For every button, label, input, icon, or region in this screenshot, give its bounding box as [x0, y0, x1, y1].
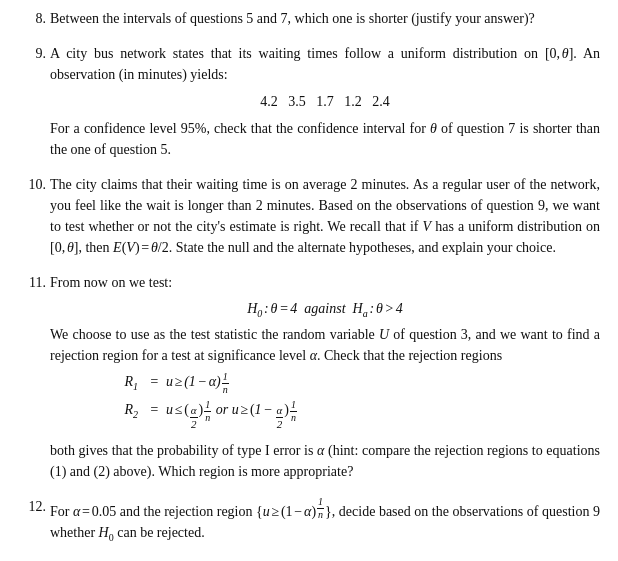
q10-number: 10.: [18, 174, 46, 195]
question-10: 10. The city claims that their waiting t…: [18, 174, 600, 262]
q9-number: 9.: [18, 43, 46, 64]
q12-number: 12.: [18, 496, 46, 517]
q11-hypothesis: H0 : θ = 4 against Ha : θ > 4: [50, 298, 600, 319]
q12-text: For α = 0.05 and the rejection region {u…: [50, 496, 600, 543]
r2-label: R2: [110, 399, 138, 420]
q11-para2: We choose to use as the test statistic t…: [50, 324, 600, 366]
q8-number: 8.: [18, 8, 46, 29]
q9-data: 4.2 3.5 1.7 1.2 2.4: [50, 91, 600, 112]
r1-content: = u ≥ (1 − α) 1 n: [146, 371, 230, 396]
q9-para2: For a confidence level 95%, check that t…: [50, 118, 600, 160]
question-9: 9. A city bus network states that its wa…: [18, 43, 600, 164]
rejection-regions: R1 = u ≥ (1 − α) 1 n R2 = u ≤ ( α: [110, 371, 600, 435]
question-11: 11. From now on we test: H0 : θ = 4 agai…: [18, 272, 600, 486]
q9-para1: A city bus network states that its waiti…: [50, 43, 600, 85]
q11-para3: both gives that the probability of type …: [50, 440, 600, 482]
question-12: 12. For α = 0.05 and the rejection regio…: [18, 496, 600, 547]
r2-equation: R2 = u ≤ ( α 2 ) 1 n or u ≥ (1 − α: [110, 399, 298, 431]
r1-equation: R1 = u ≥ (1 − α) 1 n: [110, 371, 230, 396]
q11-para1: From now on we test:: [50, 272, 600, 293]
q11-content: From now on we test: H0 : θ = 4 against …: [50, 272, 600, 486]
q9-content: A city bus network states that its waiti…: [50, 43, 600, 164]
q10-content: The city claims that their waiting time …: [50, 174, 600, 262]
q10-text: The city claims that their waiting time …: [50, 174, 600, 258]
q8-text: Between the intervals of questions 5 and…: [50, 8, 600, 29]
question-8: 8. Between the intervals of questions 5 …: [18, 8, 600, 33]
q12-content: For α = 0.05 and the rejection region {u…: [50, 496, 600, 547]
r2-content: = u ≤ ( α 2 ) 1 n or u ≥ (1 − α 2: [146, 399, 298, 431]
q8-content: Between the intervals of questions 5 and…: [50, 8, 600, 33]
r1-label: R1: [110, 371, 138, 392]
q11-number: 11.: [18, 272, 46, 293]
